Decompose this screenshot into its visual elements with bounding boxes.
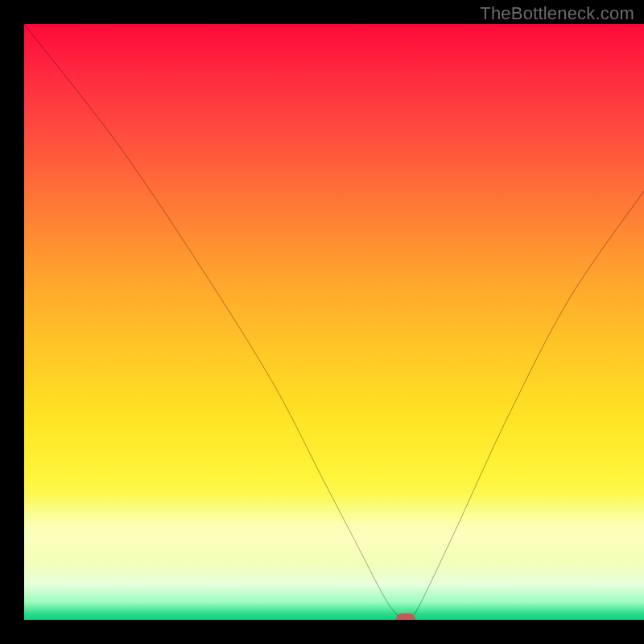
- chart-frame: TheBottleneck.com: [0, 0, 644, 644]
- bottleneck-curve: [24, 24, 644, 620]
- optimal-point-marker: [396, 613, 415, 620]
- curve-path: [24, 24, 644, 620]
- plot-area: [24, 24, 644, 620]
- watermark-text: TheBottleneck.com: [480, 3, 634, 24]
